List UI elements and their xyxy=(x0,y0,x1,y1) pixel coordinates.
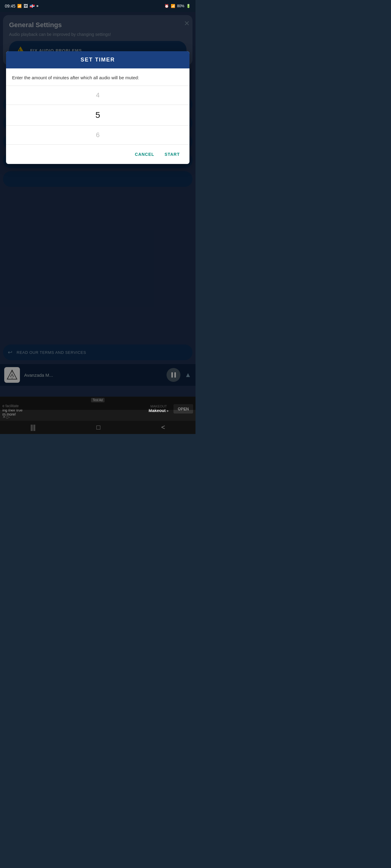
nav-bar: ||| □ < xyxy=(0,421,196,434)
picker-item-selected[interactable]: 5 xyxy=(6,105,190,126)
set-timer-dialog: SET TIMER Enter the amount of minutes af… xyxy=(6,51,190,164)
recent-apps-button[interactable]: ||| xyxy=(30,424,36,431)
dialog-description: Enter the amount of minutes after which … xyxy=(12,74,184,81)
app-background: × General Settings Audio playback can be… xyxy=(0,12,196,410)
wifi-icon: 📶 xyxy=(171,4,175,8)
dialog-body: Enter the amount of minutes after which … xyxy=(6,68,190,145)
cancel-button[interactable]: CANCEL xyxy=(131,150,158,159)
picker-item-below[interactable]: 6 xyxy=(6,126,190,144)
flag-icon: 🇩🇴 xyxy=(30,4,35,8)
back-button[interactable]: < xyxy=(161,424,165,431)
start-button[interactable]: START xyxy=(161,150,184,159)
number-picker[interactable]: 4 5 6 xyxy=(6,86,190,145)
status-left: 09:45 📶 🖼 🇩🇴 xyxy=(5,4,38,8)
dialog-actions: CANCEL START xyxy=(6,145,190,164)
ad-close-button[interactable]: ✕ xyxy=(2,414,6,419)
ad-line-3: rn more! xyxy=(2,412,146,416)
photo-icon: 🖼 xyxy=(24,4,28,8)
status-right: ⏰ 📶 80% 🔋 xyxy=(164,4,191,8)
status-bar: 09:45 📶 🖼 🇩🇴 ⏰ 📶 80% 🔋 xyxy=(0,0,196,12)
ad-play-icon: ▷ xyxy=(7,414,10,419)
dialog-title: SET TIMER xyxy=(12,57,184,63)
battery-icon: 🔋 xyxy=(186,4,191,8)
picker-item-above[interactable]: 4 xyxy=(6,86,190,105)
signal-icon: 📶 xyxy=(17,4,22,8)
dot-icon xyxy=(36,5,38,7)
alarm-icon: ⏰ xyxy=(164,4,169,8)
dialog-header: SET TIMER xyxy=(6,51,190,68)
battery-text: 80% xyxy=(177,4,184,8)
time-display: 09:45 xyxy=(5,4,16,8)
home-button[interactable]: □ xyxy=(96,424,101,431)
